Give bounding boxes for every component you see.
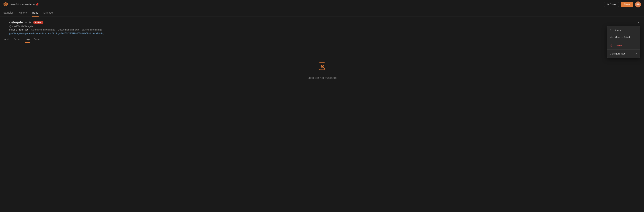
tab-history[interactable]: History: [18, 9, 27, 16]
run-pin-icon[interactable]: ⚑: [29, 21, 31, 24]
sub-tab-logs[interactable]: Logs: [24, 38, 30, 43]
clone-button[interactable]: ⧉ Clone: [604, 2, 619, 7]
run-path: @voxel51/utils/delegate: [9, 25, 640, 28]
clone-icon: ⧉: [607, 3, 608, 6]
avatar[interactable]: BB: [635, 1, 641, 7]
no-logs-icon: [317, 62, 327, 73]
run-meta: Failed a month ago · Scheduled a month a…: [9, 28, 640, 31]
main-content: ← delegate ✏ ⚑ Failed @voxel51/utils/del…: [0, 17, 644, 98]
delete-label: Delete: [615, 44, 622, 47]
pin-icon[interactable]: 📌: [36, 3, 39, 6]
external-link-icon: ↗: [635, 52, 637, 55]
mark-failed-menu-item[interactable]: ◎ Mark as failed: [607, 34, 640, 40]
run-info: delegate ✏ ⚑ Failed @voxel51/utils/deleg…: [9, 20, 640, 35]
run-title-row: delegate ✏ ⚑ Failed: [9, 20, 640, 24]
svg-line-7: [324, 68, 324, 69]
rerun-label: Re-run: [615, 29, 622, 32]
rerun-menu-item[interactable]: ↻ Re-run: [607, 27, 640, 34]
dropdown-menu: ↻ Re-run ◎ Mark as failed 🗑 Delete Confi…: [607, 26, 640, 58]
nav-right: ⧉ Clone Share BB: [604, 1, 641, 7]
run-header: ← delegate ✏ ⚑ Failed @voxel51/utils/del…: [4, 20, 640, 35]
share-button[interactable]: Share: [621, 2, 633, 7]
logo[interactable]: [3, 1, 8, 7]
sub-tabs: Input Errors Logs View: [4, 38, 640, 43]
status-badge: Failed: [33, 21, 44, 24]
back-button[interactable]: ←: [4, 21, 7, 25]
dropdown-divider-2: [607, 49, 640, 50]
tab-samples[interactable]: Samples: [3, 9, 14, 16]
tab-bar: Samples History Runs Manage: [0, 9, 644, 17]
empty-state-text: Logs are not available: [308, 76, 337, 80]
tab-runs[interactable]: Runs: [32, 9, 38, 16]
failed-time: Failed a month ago: [9, 28, 28, 31]
log-path-link[interactable]: gs://delegated-operator-logs/dev-fiftyon…: [9, 32, 104, 35]
empty-state: Logs are not available: [4, 47, 640, 95]
breadcrumb-sep: ›: [20, 3, 21, 6]
dropdown-divider: [607, 41, 640, 41]
sub-tab-view[interactable]: View: [34, 38, 40, 43]
run-name: delegate: [9, 20, 23, 24]
configure-logs-menu-item[interactable]: Configure logs ↗: [607, 50, 640, 57]
svg-rect-3: [319, 63, 325, 70]
clone-label: Clone: [610, 3, 616, 6]
dot3: ·: [80, 28, 80, 31]
nav-left: Voxel51 › runs-demo 📌: [3, 1, 39, 7]
edit-icon[interactable]: ✏: [25, 21, 27, 24]
dot1: ·: [30, 28, 30, 31]
breadcrumb: Voxel51 › runs-demo 📌: [10, 3, 39, 6]
started-time: Started a month ago: [82, 28, 102, 31]
breadcrumb-project[interactable]: runs-demo: [22, 3, 35, 6]
configure-logs-label: Configure logs: [610, 52, 626, 55]
delete-icon: 🗑: [610, 44, 613, 47]
delete-menu-item[interactable]: 🗑 Delete: [607, 42, 640, 49]
rerun-icon: ↻: [610, 29, 613, 32]
mark-failed-label: Mark as failed: [615, 36, 630, 38]
breadcrumb-org[interactable]: Voxel51: [10, 3, 19, 6]
mark-failed-icon: ◎: [610, 35, 613, 38]
tab-manage[interactable]: Manage: [43, 9, 53, 16]
scheduled-time: Scheduled a month ago: [31, 28, 55, 31]
queued-time: Queued a month ago: [58, 28, 79, 31]
sub-tab-input[interactable]: Input: [4, 38, 9, 43]
more-options-button[interactable]: ⋮: [636, 20, 640, 24]
dot2: ·: [56, 28, 57, 31]
top-nav: Voxel51 › runs-demo 📌 ⧉ Clone Share BB: [0, 0, 644, 9]
sub-tab-errors[interactable]: Errors: [14, 38, 20, 43]
